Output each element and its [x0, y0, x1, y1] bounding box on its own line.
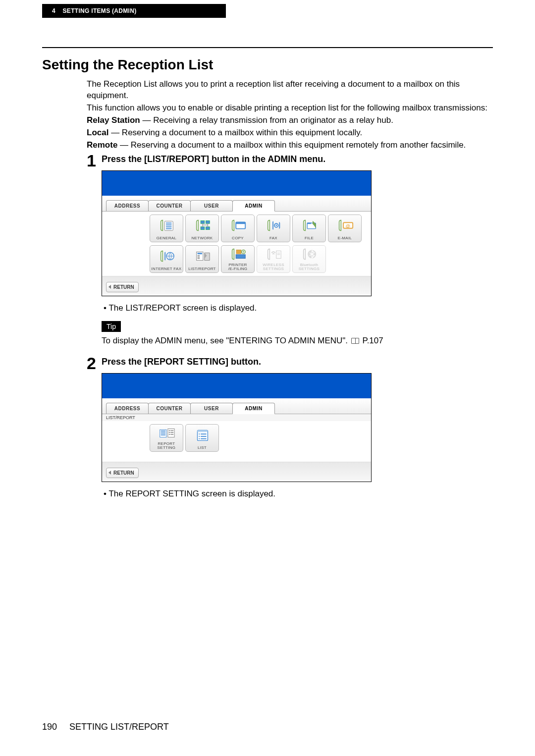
bluetooth-settings-button[interactable]: BluetoothSETTINGS	[292, 245, 326, 273]
intro-block: The Reception List allows you to print a…	[87, 79, 493, 151]
svg-rect-6	[206, 221, 210, 224]
svg-rect-43	[171, 434, 174, 435]
page-footer: 190 SETTING LIST/REPORT	[42, 722, 169, 732]
svg-rect-2	[166, 224, 171, 225]
tip-label: Tip	[102, 321, 121, 332]
svg-rect-8	[206, 227, 210, 230]
list-report-icon	[186, 246, 218, 267]
list-report-screen: ADDRESS COUNTER USER ADMIN LIST/REPORT R…	[102, 373, 372, 482]
intro-p1: The Reception List allows you to print a…	[87, 79, 493, 102]
admin-icon-row-2: INTERNET FAX LIST/REPORT PRINTER/E-FILIN…	[102, 245, 371, 276]
list-report-button[interactable]: LIST/REPORT	[185, 245, 219, 273]
general-button[interactable]: GENERAL	[150, 215, 183, 242]
svg-rect-42	[169, 434, 170, 435]
wireless-icon	[257, 246, 290, 263]
return-button[interactable]: RETURN	[106, 282, 139, 292]
svg-rect-26	[236, 250, 241, 254]
tab-address[interactable]: ADDRESS	[106, 403, 149, 414]
svg-rect-27	[236, 255, 245, 259]
chapter-number: 4	[52, 7, 55, 14]
breadcrumb: LIST/REPORT	[102, 414, 371, 421]
svg-rect-22	[198, 253, 203, 254]
network-button[interactable]: NETWORK	[185, 215, 219, 242]
svg-rect-4	[166, 228, 171, 229]
svg-rect-34	[161, 431, 166, 432]
svg-rect-35	[161, 432, 166, 433]
network-icon	[186, 215, 218, 236]
printer-efiling-icon	[221, 246, 254, 263]
tab-address[interactable]: ADDRESS	[106, 200, 149, 211]
svg-point-15	[275, 225, 277, 226]
chapter-label: SETTING ITEMS (ADMIN)	[63, 7, 137, 14]
admin-menu-screen: ADDRESS COUNTER USER ADMIN GENERAL	[102, 170, 372, 296]
svg-rect-24	[198, 257, 200, 258]
svg-rect-3	[166, 226, 171, 227]
svg-rect-39	[171, 430, 174, 431]
report-setting-button[interactable]: REPORT SETTING	[150, 424, 183, 452]
step-2-title: Press the [REPORT SETTING] button.	[102, 357, 493, 367]
bottom-bar: RETURN	[102, 462, 371, 482]
svg-rect-23	[198, 255, 200, 256]
tip-text: To display the ADMIN menu, see "ENTERING…	[102, 336, 493, 346]
step-1-number: 1	[87, 152, 102, 355]
tab-counter[interactable]: COUNTER	[148, 200, 191, 211]
svg-rect-17	[307, 222, 311, 224]
tabs-row: ADDRESS COUNTER USER ADMIN	[102, 196, 371, 212]
chapter-header: 4 SETTING ITEMS (ADMIN)	[42, 4, 226, 18]
book-icon	[351, 338, 359, 344]
intro-remote: Remote — Reserving a document to a mailb…	[87, 140, 493, 151]
svg-text:@: @	[346, 223, 351, 228]
svg-rect-30	[277, 253, 280, 253]
file-button[interactable]: FILE	[292, 215, 326, 242]
svg-rect-5	[201, 221, 205, 224]
svg-rect-1	[166, 222, 171, 223]
spacer	[105, 215, 148, 242]
internet-fax-button[interactable]: INTERNET FAX	[150, 245, 183, 273]
svg-rect-48	[201, 436, 206, 437]
email-icon: @	[328, 215, 361, 236]
divider	[42, 47, 493, 48]
screen-header-blue	[102, 374, 371, 398]
svg-point-49	[199, 438, 200, 439]
svg-point-47	[199, 436, 200, 437]
step-1-title: Press the [LIST/REPORT] button in the AD…	[102, 154, 493, 164]
tab-admin[interactable]: ADMIN	[232, 200, 275, 212]
tab-admin[interactable]: ADMIN	[232, 403, 275, 414]
intro-relay: Relay Station — Receiving a relay transm…	[87, 115, 493, 126]
copy-icon	[221, 215, 254, 236]
file-icon	[293, 215, 325, 236]
svg-rect-36	[161, 434, 166, 435]
spacer	[105, 424, 148, 452]
page-number: 190	[42, 722, 57, 732]
svg-rect-40	[169, 432, 170, 433]
intro-p2: This function allows you to enable or di…	[87, 103, 493, 114]
return-button[interactable]: RETURN	[106, 468, 139, 478]
step-1-bullet: The LIST/REPORT screen is displayed.	[104, 303, 493, 313]
tab-counter[interactable]: COUNTER	[148, 403, 191, 414]
list-button[interactable]: LIST	[185, 424, 219, 452]
spacer	[105, 245, 148, 273]
screen-header-blue	[102, 171, 371, 196]
tab-user[interactable]: USER	[190, 403, 233, 414]
page-title: Setting the Reception List	[42, 57, 493, 73]
fax-button[interactable]: FAX	[257, 215, 290, 242]
bluetooth-icon	[293, 246, 325, 263]
svg-rect-25	[198, 258, 200, 259]
tabs-row: ADDRESS COUNTER USER ADMIN	[102, 398, 371, 414]
list-report-icon-row: REPORT SETTING LIST	[102, 421, 371, 462]
step-2-bullet: The REPORT SETTING screen is displayed.	[104, 489, 493, 499]
internet-fax-icon	[150, 246, 183, 267]
general-icon	[150, 215, 183, 236]
svg-point-45	[199, 433, 200, 434]
email-button[interactable]: @ E-MAIL	[328, 215, 362, 242]
svg-rect-31	[277, 254, 280, 255]
svg-rect-7	[201, 227, 205, 230]
svg-rect-38	[169, 430, 170, 431]
intro-local: Local — Reserving a document to a mailbo…	[87, 127, 493, 139]
wireless-settings-button[interactable]: WIRELESSSETTINGS	[257, 245, 290, 273]
tab-user[interactable]: USER	[190, 200, 233, 211]
bottom-bar: RETURN	[102, 276, 371, 296]
printer-efiling-button[interactable]: PRINTER/E-FILING	[221, 245, 255, 273]
copy-button[interactable]: COPY	[221, 215, 255, 242]
footer-section: SETTING LIST/REPORT	[69, 722, 169, 732]
